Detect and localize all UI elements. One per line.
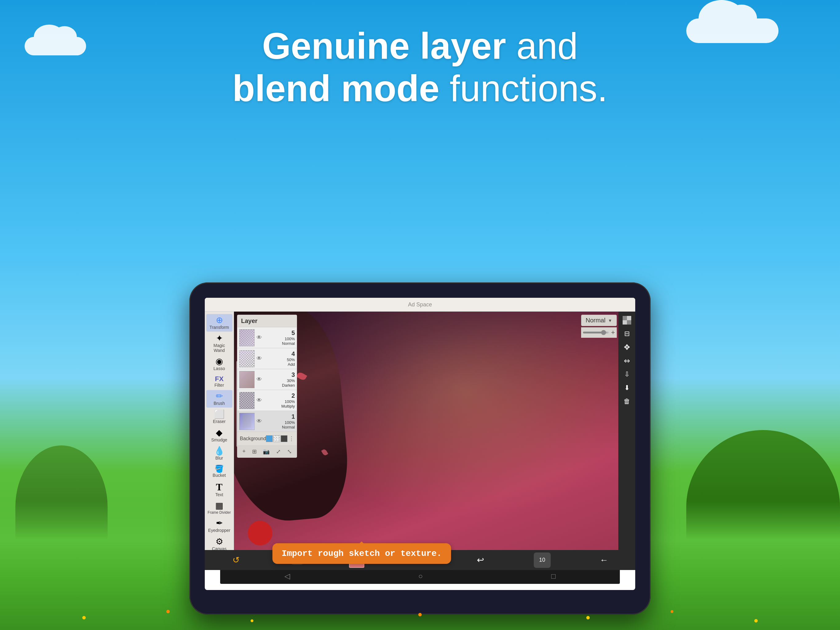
ad-space-label: Ad Space	[408, 301, 432, 308]
layer-4-visibility[interactable]: 👁	[256, 355, 262, 362]
magic-wand-label: Magic Wand	[208, 343, 231, 353]
tool-text[interactable]: T Text	[206, 480, 232, 499]
back-arrow-icon: ←	[600, 555, 608, 565]
tool-blur[interactable]: 💧 Blur	[206, 445, 232, 462]
opacity-slider[interactable]	[583, 332, 609, 334]
frame-divider-label: Frame Divider	[208, 511, 231, 514]
tool-brush[interactable]: ✏ Brush	[206, 390, 232, 408]
svg-rect-1	[627, 320, 631, 324]
expand-button[interactable]: ⤢	[275, 448, 282, 456]
flatten-button[interactable]: ⇩	[620, 368, 634, 380]
svg-rect-3	[623, 320, 627, 324]
layer-panel-header: Layer	[237, 315, 297, 327]
back-to-gallery-button[interactable]: ←	[595, 552, 613, 568]
lasso-label: Lasso	[213, 366, 225, 371]
app-area: ⊕ Transform ✦ Magic Wand ◉ Lasso FX Filt…	[205, 312, 635, 570]
layer-5-visibility[interactable]: 👁	[256, 334, 262, 341]
tool-eraser[interactable]: ⬜ Eraser	[206, 408, 232, 426]
eraser-icon: ⬜	[214, 410, 225, 419]
opacity-add-layer-button[interactable]: +	[611, 329, 615, 337]
headline-line2-normal: functions.	[439, 68, 608, 109]
layer-5-thumb	[239, 329, 254, 347]
filter-label: Filter	[214, 383, 224, 388]
checker-pattern-button[interactable]	[620, 314, 634, 326]
flower-strip	[0, 568, 840, 630]
text-icon: T	[216, 482, 222, 492]
blur-label: Blur	[216, 456, 223, 461]
layer-2-visibility[interactable]: 👁	[256, 397, 262, 404]
layer-1-visibility[interactable]: 👁	[256, 418, 262, 424]
layer-2-info: 2 100% Multiply	[264, 392, 295, 408]
background-label: Background	[240, 436, 266, 442]
headline-line2-bold: blend mode	[232, 68, 439, 109]
delete-layer-button[interactable]: 🗑	[620, 395, 634, 408]
layer-5-blend: Normal	[264, 341, 295, 346]
add-layer-button[interactable]: +	[241, 448, 247, 456]
tool-magic-wand[interactable]: ✦ Magic Wand	[206, 332, 232, 355]
smudge-icon: ◆	[216, 429, 223, 437]
tooltip-text: Import rough sketch or texture.	[282, 549, 442, 558]
bg-color-dark	[281, 435, 287, 442]
tool-filter[interactable]: FX Filter	[206, 374, 232, 389]
lasso-icon: ◉	[216, 357, 223, 366]
opacity-slider-row: +	[581, 327, 617, 338]
import-image-button[interactable]: 📷	[262, 448, 271, 456]
layer-4-opacity: 50%	[264, 358, 295, 362]
collapse-button[interactable]: ⤡	[286, 448, 293, 456]
layer-1-opacity: 100%	[264, 420, 295, 425]
move-layer-button[interactable]: ✥	[620, 341, 634, 353]
layer-row-4[interactable]: 👁 4 50% Add	[237, 348, 297, 369]
checker-icon	[623, 316, 631, 324]
tablet-screen: Ad Space ⊕	[205, 298, 635, 590]
layer-3-blend: Darken	[264, 383, 295, 388]
blend-mode-dropdown[interactable]: Normal ▼	[581, 315, 617, 326]
layer-1-blend: Normal	[264, 425, 295, 429]
layer-row-1[interactable]: 👁 1 100% Normal	[237, 411, 297, 432]
canvas-icon: ⚙	[216, 537, 223, 546]
layer-4-info: 4 50% Add	[264, 350, 295, 367]
lasso-select-icon: ↺	[232, 555, 240, 565]
svg-rect-2	[627, 316, 631, 320]
add-group-button[interactable]: ⊞	[251, 448, 258, 456]
layer-2-blend: Multiply	[264, 404, 295, 408]
background-more-button[interactable]: ⋮	[289, 435, 294, 442]
lasso-select-button[interactable]: ↺	[227, 552, 245, 568]
flip-horizontal-button[interactable]: ⇔	[620, 355, 634, 367]
move-icon: ✥	[624, 343, 630, 351]
headline-line1-normal: and	[506, 25, 578, 66]
layer-panel-title: Layer	[241, 317, 257, 324]
layer-5-info: 5 100% Normal	[264, 329, 295, 346]
tool-frame-divider[interactable]: ▦ Frame Divider	[206, 500, 232, 516]
layer-3-visibility[interactable]: 👁	[256, 376, 262, 383]
bucket-label: Bucket	[213, 473, 226, 478]
rasterize-icon: ⊟	[624, 330, 630, 338]
tool-lasso[interactable]: ◉ Lasso	[206, 355, 232, 373]
layer-count-icon: 10	[539, 557, 545, 563]
merge-down-button[interactable]: ⬇	[620, 382, 634, 394]
layer-row-3[interactable]: 👁 3 30% Darken	[237, 369, 297, 390]
layer-4-thumb	[239, 350, 254, 367]
layer-1-num: 1	[264, 413, 295, 420]
tool-bucket[interactable]: 🪣 Bucket	[206, 463, 232, 480]
bucket-icon: 🪣	[215, 465, 224, 473]
blend-dropdown-arrow: ▼	[608, 318, 612, 323]
layer-row-5[interactable]: 👁 5 100% Normal	[237, 327, 297, 348]
undo-button[interactable]: ↩	[471, 552, 489, 568]
layer-2-thumb	[239, 392, 254, 409]
eyedropper-label: Eyedropper	[208, 528, 230, 533]
layer-3-num: 3	[264, 371, 295, 378]
eraser-label: Eraser	[213, 419, 225, 424]
tool-smudge[interactable]: ◆ Smudge	[206, 427, 232, 444]
tool-eyedropper[interactable]: ✒ Eyedropper	[206, 517, 232, 535]
svg-rect-0	[623, 316, 627, 320]
smudge-label: Smudge	[211, 438, 227, 442]
rasterize-button[interactable]: ⊟	[620, 328, 634, 340]
tablet-frame: Ad Space ⊕	[189, 282, 651, 615]
layer-row-2[interactable]: 👁 2 100% Multiply	[237, 390, 297, 411]
eyedropper-icon: ✒	[216, 519, 223, 527]
layer-5-num: 5	[264, 329, 295, 337]
brush-icon: ✏	[216, 392, 223, 400]
tool-transform[interactable]: ⊕ Transform	[206, 314, 232, 332]
layer-count-badge[interactable]: 10	[534, 552, 551, 568]
delete-icon: 🗑	[624, 397, 630, 405]
